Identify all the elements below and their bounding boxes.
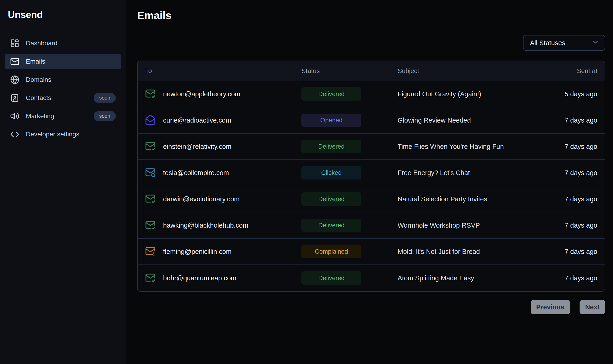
status-cell: Delivered	[301, 192, 398, 206]
soon-badge: soon	[94, 111, 116, 121]
recipient-email: einstein@relativity.com	[163, 143, 231, 150]
to-cell: curie@radioactive.com	[145, 115, 301, 126]
status-cell: Delivered	[301, 140, 398, 153]
column-header-to: To	[145, 67, 301, 75]
pagination: Previous Next	[137, 300, 605, 314]
mail-check-icon	[145, 220, 156, 231]
sidebar-item-developer-settings[interactable]: Developer settings	[5, 127, 121, 142]
sidebar-item-marketing[interactable]: Marketingsoon	[5, 108, 121, 124]
to-cell: einstein@relativity.com	[145, 141, 301, 152]
mail-check-icon	[145, 193, 156, 205]
recipient-email: newton@appletheory.com	[163, 90, 240, 98]
to-cell: darwin@evolutionary.com	[145, 193, 301, 205]
to-cell: tesla@coilempire.com	[145, 167, 301, 179]
email-row[interactable]: tesla@coilempire.comClickedFree Energy? …	[138, 160, 605, 186]
subject-cell: Free Energy? Let's Chat	[398, 169, 542, 177]
sent-at-cell: 5 days ago	[542, 90, 597, 98]
mail-icon	[10, 57, 19, 66]
email-row[interactable]: fleming@penicillin.comComplainedMold: It…	[138, 239, 605, 265]
dashboard-icon	[10, 39, 19, 48]
status-cell: Delivered	[301, 87, 398, 101]
recipient-email: tesla@coilempire.com	[163, 169, 229, 177]
email-row[interactable]: bohr@quantumleap.comDeliveredAtom Splitt…	[138, 265, 605, 291]
sent-at-cell: 7 days ago	[542, 169, 597, 177]
app-window: Unsend DashboardEmailsDomainsContactssoo…	[0, 0, 613, 364]
sidebar-item-label: Marketing	[26, 112, 54, 120]
to-cell: newton@appletheory.com	[145, 88, 301, 100]
table-body: newton@appletheory.comDeliveredFigured O…	[138, 81, 605, 291]
recipient-email: bohr@quantumleap.com	[163, 274, 236, 282]
code-icon	[10, 130, 19, 139]
mail-check-icon	[145, 272, 156, 284]
sidebar-nav: DashboardEmailsDomainsContactssoonMarket…	[5, 36, 121, 142]
email-row[interactable]: einstein@relativity.comDeliveredTime Fli…	[138, 134, 605, 160]
status-badge: Delivered	[301, 271, 361, 285]
app-logo: Unsend	[5, 9, 121, 20]
sidebar-item-label: Contacts	[26, 94, 51, 102]
sidebar-item-label: Domains	[26, 76, 51, 83]
status-badge: Delivered	[301, 140, 361, 153]
sidebar-item-label: Developer settings	[26, 131, 79, 138]
sidebar-item-label: Dashboard	[26, 40, 57, 47]
email-row[interactable]: darwin@evolutionary.comDeliveredNatural …	[138, 186, 605, 212]
sidebar-item-emails[interactable]: Emails	[5, 54, 121, 69]
megaphone-icon	[10, 112, 19, 121]
status-cell: Complained	[301, 245, 398, 258]
next-button[interactable]: Next	[580, 300, 605, 314]
sent-at-cell: 7 days ago	[542, 117, 597, 124]
previous-button[interactable]: Previous	[531, 300, 570, 314]
subject-cell: Wormhole Workshop RSVP	[398, 222, 542, 229]
sidebar-item-domains[interactable]: Domains	[5, 72, 121, 88]
contact-book-icon	[10, 93, 19, 103]
mail-open-icon	[145, 115, 156, 126]
sent-at-cell: 7 days ago	[542, 274, 597, 282]
sidebar-item-dashboard[interactable]: Dashboard	[5, 36, 121, 51]
status-cell: Delivered	[301, 271, 398, 285]
recipient-email: darwin@evolutionary.com	[163, 195, 240, 203]
mail-warning-icon	[145, 246, 156, 257]
sent-at-cell: 7 days ago	[542, 222, 597, 229]
column-header-status: Status	[301, 67, 398, 75]
to-cell: fleming@penicillin.com	[145, 246, 301, 257]
mail-check-icon	[145, 141, 156, 152]
status-cell: Delivered	[301, 219, 398, 232]
recipient-email: hawking@blackholehub.com	[163, 222, 248, 229]
toolbar: All Statuses	[137, 35, 605, 51]
sent-at-cell: 7 days ago	[542, 248, 597, 256]
subject-cell: Figured Out Gravity (Again!)	[398, 90, 542, 98]
globe-icon	[10, 75, 19, 84]
recipient-email: curie@radioactive.com	[163, 117, 231, 124]
mail-check-icon	[145, 88, 156, 100]
subject-cell: Time Flies When You're Having Fun	[398, 143, 542, 150]
sidebar-item-label: Emails	[26, 58, 45, 65]
status-badge: Delivered	[301, 219, 361, 232]
subject-cell: Mold: It's Not Just for Bread	[398, 248, 542, 256]
recipient-email: fleming@penicillin.com	[163, 248, 232, 256]
soon-badge: soon	[94, 93, 116, 103]
email-row[interactable]: hawking@blackholehub.comDeliveredWormhol…	[138, 212, 605, 239]
sent-at-cell: 7 days ago	[542, 143, 597, 150]
status-badge: Clicked	[301, 166, 361, 180]
emails-table: To Status Subject Sent at newton@appleth…	[137, 61, 605, 292]
column-header-subject: Subject	[398, 67, 542, 75]
sent-at-cell: 7 days ago	[542, 195, 597, 203]
mail-search-icon	[145, 167, 156, 179]
status-badge: Complained	[301, 245, 361, 258]
status-badge: Delivered	[301, 192, 361, 206]
main-content: Emails All Statuses To Status Subject Se…	[126, 0, 613, 364]
sidebar-item-contacts[interactable]: Contactssoon	[5, 90, 121, 106]
status-cell: Opened	[301, 114, 398, 127]
to-cell: bohr@quantumleap.com	[145, 272, 301, 284]
status-badge: Opened	[301, 114, 361, 127]
email-row[interactable]: curie@radioactive.comOpenedGlowing Revie…	[138, 107, 605, 134]
subject-cell: Glowing Review Needed	[398, 117, 542, 124]
subject-cell: Atom Splitting Made Easy	[398, 274, 542, 282]
status-badge: Delivered	[301, 87, 361, 101]
status-filter-dropdown[interactable]: All Statuses	[523, 35, 605, 51]
page-title: Emails	[137, 9, 605, 22]
to-cell: hawking@blackholehub.com	[145, 220, 301, 231]
status-filter-value: All Statuses	[530, 39, 565, 47]
email-row[interactable]: newton@appletheory.comDeliveredFigured O…	[138, 81, 605, 107]
column-header-sent-at: Sent at	[542, 67, 597, 75]
subject-cell: Natural Selection Party Invites	[398, 195, 542, 203]
